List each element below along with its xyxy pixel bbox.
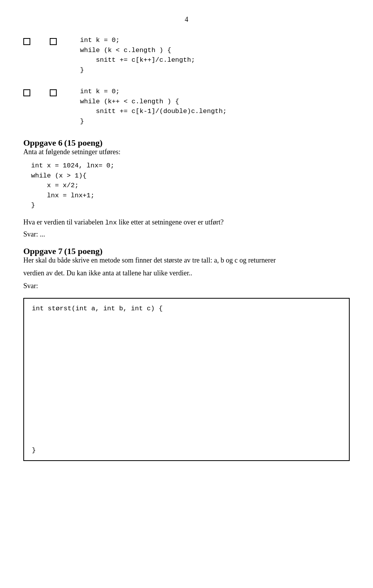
oppgave7-title: Oppgave 7 (23, 246, 63, 256)
oppgave7-code-top: int størst(int a, int b, int c) { (32, 305, 341, 312)
oppgave7-code-bottom: } (32, 447, 341, 454)
checkbox-code-row-1: int k = 0; while (k < c.length ) { snitt… (23, 35, 350, 75)
checkbox-code-row-2: int k = 0; while (k++ < c.length ) { sni… (23, 87, 350, 126)
oppgave6-answer-label: Svar: ... (23, 230, 350, 238)
checkbox-group-2 (23, 88, 64, 96)
checkbox-2a[interactable] (23, 89, 30, 96)
oppgave6-question-end: like etter at setningene over er utført? (117, 218, 223, 226)
oppgave7-points: (15 poeng) (64, 246, 102, 256)
oppgave7-answer-box[interactable]: int størst(int a, int b, int c) { } (23, 298, 350, 461)
oppgave7-header: Oppgave 7 (15 poeng) (23, 246, 350, 256)
oppgave6-points: (15 poeng) (64, 138, 102, 148)
code-block-1: int k = 0; while (k < c.length ) { snitt… (80, 35, 195, 75)
oppgave6-question-code: lnx (105, 219, 117, 226)
oppgave6-question-text: Hva er verdien til variabelen (23, 218, 105, 226)
oppgave7-desc2: verdien av det. Du kan ikke anta at tall… (23, 269, 350, 277)
oppgave6-header: Oppgave 6 (15 poeng) (23, 138, 350, 148)
oppgave6-title: Oppgave 6 (23, 138, 63, 148)
oppgave7-desc1: Her skal du både skrive en metode som fi… (23, 256, 350, 264)
page-number: 4 (23, 16, 350, 24)
checkbox-2b[interactable] (50, 89, 57, 96)
checkbox-group-1 (23, 37, 64, 45)
oppgave7-answer-label: Svar: (23, 282, 350, 290)
oppgave6-code: int x = 1024, lnx= 0; while (x > 1){ x =… (31, 161, 350, 210)
code-section-1: int k = 0; while (k < c.length ) { snitt… (23, 35, 350, 75)
checkbox-1b[interactable] (50, 38, 57, 45)
code-block-2: int k = 0; while (k++ < c.length ) { sni… (80, 87, 227, 126)
oppgave7-section: Oppgave 7 (15 poeng) Her skal du både sk… (23, 246, 350, 461)
code-section-2: int k = 0; while (k++ < c.length ) { sni… (23, 87, 350, 126)
oppgave6-section: Oppgave 6 (15 poeng) Anta at følgende se… (23, 138, 350, 238)
oppgave6-question: Hva er verdien til variabelen lnx like e… (23, 218, 350, 226)
oppgave6-intro: Anta at følgende setninger utføres: (23, 148, 350, 156)
checkbox-1a[interactable] (23, 38, 30, 45)
